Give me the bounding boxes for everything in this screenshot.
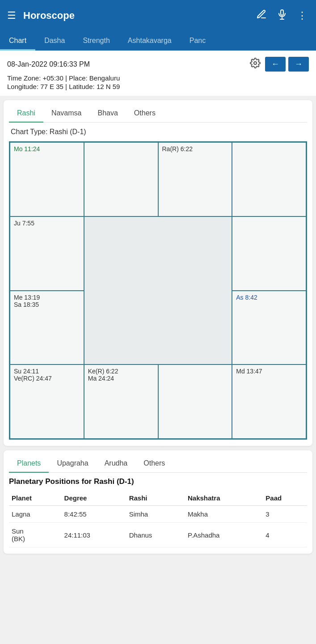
svg-point-3 [254, 62, 257, 64]
table-cell: 8:42:55 [62, 506, 126, 523]
date-display: 08-Jan-2022 09:16:33 PM [7, 60, 90, 68]
table-cell: Simha [126, 506, 185, 523]
chart-type-label: Chart Type: Rashi (D-1) [9, 128, 307, 136]
col-degree: Degree [62, 491, 126, 506]
tab-arudha[interactable]: Arudha [97, 455, 136, 473]
more-icon[interactable]: ⋮ [295, 8, 309, 23]
planet-ju: Ju 7:55 [14, 220, 34, 227]
tab-chart[interactable]: Chart [0, 31, 35, 51]
table-cell: 3 [263, 506, 307, 523]
table-cell: Lagna [9, 506, 62, 523]
tab-bhava[interactable]: Bhava [89, 105, 126, 123]
top-navigation: Chart Dasha Strength Ashtakavarga Panc [0, 31, 316, 51]
table-row: Lagna8:42:55SimhaMakha3 [9, 506, 307, 523]
planet-as: As 8:42 [236, 294, 257, 301]
prev-button[interactable]: ← [265, 57, 286, 72]
col-paad: Paad [263, 491, 307, 506]
pencil-icon[interactable] [254, 7, 269, 24]
table-cell: P.Ashadha [185, 523, 263, 547]
tab-others-planet[interactable]: Others [135, 455, 173, 473]
planet-sa: Sa 18:35 [14, 301, 39, 308]
chart-cell-r1c3 [232, 216, 306, 291]
planet-md: Md 13:47 [236, 368, 262, 375]
tab-panc[interactable]: Panc [181, 31, 215, 51]
tab-dasha[interactable]: Dasha [35, 31, 74, 51]
table-cell: Sun (BK) [9, 523, 62, 547]
planet-table: Planet Degree Rashi Nakshatra Paad Lagna… [9, 491, 307, 547]
tab-others-chart[interactable]: Others [126, 105, 164, 123]
col-rashi: Rashi [126, 491, 185, 506]
tab-planets[interactable]: Planets [9, 455, 49, 473]
chart-cell-r3c3: Md 13:47 [232, 364, 306, 439]
planet-ma: Ma 24:24 [88, 375, 114, 382]
timezone-place: Time Zone: +05:30 | Place: Bengaluru [7, 74, 309, 82]
table-cell: 24:11:03 [62, 523, 126, 547]
planet-ke: Ke(R) 6:22 [88, 368, 118, 375]
tab-strength[interactable]: Strength [74, 31, 118, 51]
chart-cell-r0c1 [84, 142, 158, 216]
table-cell: Dhanus [126, 523, 185, 547]
planet-ve: Ve(RC) 24:47 [14, 375, 52, 382]
next-button[interactable]: → [288, 57, 309, 72]
planet-ra: Ra(R) 6:22 [162, 145, 193, 153]
chart-cell-r3c2 [158, 364, 232, 439]
planet-inner-tabs: Planets Upagraha Arudha Others [9, 455, 307, 473]
chart-cell-r3c1: Ke(R) 6:22 Ma 24:24 [84, 364, 158, 439]
tab-navamsa[interactable]: Navamsa [43, 105, 90, 123]
planet-card: Planets Upagraha Arudha Others Planetary… [4, 450, 312, 554]
table-cell: 4 [263, 523, 307, 547]
planet-mo: Mo 11:24 [14, 145, 40, 153]
chart-cell-r2c0: Me 13:19 Sa 18:35 [10, 291, 84, 365]
app-header: ☰ Horoscope ⋮ [0, 0, 316, 31]
chart-cell-r0c3 [232, 142, 306, 216]
settings-button[interactable] [250, 58, 261, 71]
tab-upagraha[interactable]: Upagraha [49, 455, 96, 473]
col-planet: Planet [9, 491, 62, 506]
mic-icon[interactable] [275, 7, 289, 24]
table-row: Sun (BK)24:11:03DhanusP.Ashadha4 [9, 523, 307, 547]
planet-section-title: Planetary Positions for Rashi (D-1) [9, 477, 307, 486]
date-controls: ← → [250, 57, 309, 72]
date-info-section: 08-Jan-2022 09:16:33 PM ← → Time Zone: +… [0, 51, 316, 96]
chart-cell-r2c3: As 8:42 [232, 291, 306, 365]
chart-inner-tabs: Rashi Navamsa Bhava Others [9, 105, 307, 123]
chart-card: Rashi Navamsa Bhava Others Chart Type: R… [4, 100, 312, 446]
chart-cell-r1c0: Ju 7:55 [10, 216, 84, 291]
planet-su: Su 24:11 [14, 368, 39, 375]
tab-ashtakavarga[interactable]: Ashtakavarga [119, 31, 181, 51]
menu-icon[interactable]: ☰ [7, 10, 16, 21]
chart-cell-r0c0: Mo 11:24 [10, 142, 84, 216]
col-nakshatra: Nakshatra [185, 491, 263, 506]
tab-rashi[interactable]: Rashi [9, 105, 43, 123]
app-title: Horoscope [23, 10, 254, 21]
svg-rect-0 [281, 10, 283, 15]
chart-center [84, 216, 232, 365]
chart-cell-r3c0: Su 24:11 Ve(RC) 24:47 [10, 364, 84, 439]
table-cell: Makha [185, 506, 263, 523]
header-actions: ⋮ [254, 7, 309, 24]
chart-cell-r0c2: Ra(R) 6:22 [158, 142, 232, 216]
vedic-chart: Mo 11:24 Ra(R) 6:22 Ju 7:55 Me 13:19 Sa … [9, 141, 307, 440]
planet-me: Me 13:19 [14, 294, 40, 301]
coordinates: Longitude: 77 E 35 | Latitude: 12 N 59 [7, 83, 309, 90]
